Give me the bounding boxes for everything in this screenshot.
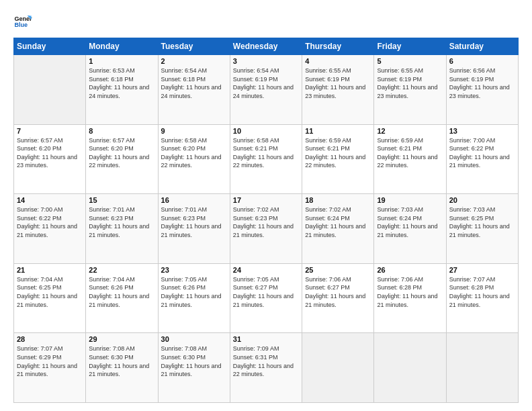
calendar-cell: 5 Sunrise: 6:55 AMSunset: 6:19 PMDayligh… xyxy=(374,55,446,125)
day-info: Sunrise: 7:09 AMSunset: 6:31 PMDaylight:… xyxy=(233,345,294,377)
weekday-header: Thursday xyxy=(302,38,374,55)
calendar-cell: 16 Sunrise: 7:01 AMSunset: 6:23 PMDaylig… xyxy=(158,194,230,264)
day-info: Sunrise: 7:03 AMSunset: 6:24 PMDaylight:… xyxy=(377,206,437,238)
calendar-cell: 10 Sunrise: 6:58 AMSunset: 6:21 PMDaylig… xyxy=(230,124,302,194)
day-number: 6 xyxy=(449,57,515,65)
day-info: Sunrise: 7:07 AMSunset: 6:29 PMDaylight:… xyxy=(17,345,77,377)
day-number: 3 xyxy=(233,57,299,65)
calendar-cell: 7 Sunrise: 6:57 AMSunset: 6:20 PMDayligh… xyxy=(14,124,86,194)
day-info: Sunrise: 7:04 AMSunset: 6:25 PMDaylight:… xyxy=(17,276,77,308)
calendar-week-row: 28 Sunrise: 7:07 AMSunset: 6:29 PMDaylig… xyxy=(14,333,519,403)
calendar-cell: 28 Sunrise: 7:07 AMSunset: 6:29 PMDaylig… xyxy=(14,333,86,403)
day-info: Sunrise: 7:06 AMSunset: 6:28 PMDaylight:… xyxy=(377,276,437,308)
day-number: 20 xyxy=(449,196,515,204)
day-number: 23 xyxy=(161,266,227,274)
day-info: Sunrise: 6:54 AMSunset: 6:18 PMDaylight:… xyxy=(161,67,222,99)
calendar-cell xyxy=(374,333,446,403)
page: General Blue SundayMondayTuesdayWednesda… xyxy=(0,0,532,411)
day-info: Sunrise: 7:05 AMSunset: 6:27 PMDaylight:… xyxy=(233,276,294,308)
calendar-cell: 17 Sunrise: 7:02 AMSunset: 6:23 PMDaylig… xyxy=(230,194,302,264)
day-info: Sunrise: 6:53 AMSunset: 6:18 PMDaylight:… xyxy=(89,67,149,99)
calendar-cell: 4 Sunrise: 6:55 AMSunset: 6:19 PMDayligh… xyxy=(302,55,374,125)
calendar-cell: 14 Sunrise: 7:00 AMSunset: 6:22 PMDaylig… xyxy=(14,194,86,264)
calendar-cell: 18 Sunrise: 7:02 AMSunset: 6:24 PMDaylig… xyxy=(302,194,374,264)
day-info: Sunrise: 7:01 AMSunset: 6:23 PMDaylight:… xyxy=(89,206,149,238)
day-info: Sunrise: 6:59 AMSunset: 6:21 PMDaylight:… xyxy=(305,137,365,169)
day-number: 5 xyxy=(377,57,443,65)
day-info: Sunrise: 6:58 AMSunset: 6:21 PMDaylight:… xyxy=(233,137,294,169)
weekday-header: Friday xyxy=(374,38,446,55)
calendar-cell: 27 Sunrise: 7:07 AMSunset: 6:28 PMDaylig… xyxy=(446,263,518,333)
day-number: 29 xyxy=(89,335,154,343)
day-number: 26 xyxy=(377,266,443,274)
calendar-cell: 21 Sunrise: 7:04 AMSunset: 6:25 PMDaylig… xyxy=(14,263,86,333)
calendar-cell: 11 Sunrise: 6:59 AMSunset: 6:21 PMDaylig… xyxy=(302,124,374,194)
calendar-cell: 24 Sunrise: 7:05 AMSunset: 6:27 PMDaylig… xyxy=(230,263,302,333)
weekday-header: Saturday xyxy=(446,38,518,55)
day-number: 12 xyxy=(377,127,443,135)
day-info: Sunrise: 6:55 AMSunset: 6:19 PMDaylight:… xyxy=(377,67,437,99)
day-info: Sunrise: 6:55 AMSunset: 6:19 PMDaylight:… xyxy=(305,67,365,99)
day-number: 31 xyxy=(233,335,299,343)
calendar-cell xyxy=(302,333,374,403)
day-info: Sunrise: 6:54 AMSunset: 6:19 PMDaylight:… xyxy=(233,67,294,99)
calendar-cell xyxy=(446,333,518,403)
calendar-cell: 8 Sunrise: 6:57 AMSunset: 6:20 PMDayligh… xyxy=(86,124,158,194)
day-number: 21 xyxy=(17,266,83,274)
day-number: 16 xyxy=(161,196,227,204)
calendar-cell: 13 Sunrise: 7:00 AMSunset: 6:22 PMDaylig… xyxy=(446,124,518,194)
calendar-week-row: 1 Sunrise: 6:53 AMSunset: 6:18 PMDayligh… xyxy=(14,55,519,125)
calendar-cell: 29 Sunrise: 7:08 AMSunset: 6:30 PMDaylig… xyxy=(86,333,158,403)
calendar-table: SundayMondayTuesdayWednesdayThursdayFrid… xyxy=(13,38,519,403)
day-info: Sunrise: 6:56 AMSunset: 6:19 PMDaylight:… xyxy=(449,67,510,99)
logo-icon: General Blue xyxy=(13,12,32,31)
calendar-cell: 31 Sunrise: 7:09 AMSunset: 6:31 PMDaylig… xyxy=(230,333,302,403)
weekday-header: Wednesday xyxy=(230,38,302,55)
day-info: Sunrise: 7:08 AMSunset: 6:30 PMDaylight:… xyxy=(161,345,222,377)
calendar-cell: 26 Sunrise: 7:06 AMSunset: 6:28 PMDaylig… xyxy=(374,263,446,333)
day-info: Sunrise: 7:08 AMSunset: 6:30 PMDaylight:… xyxy=(89,345,149,377)
day-info: Sunrise: 7:07 AMSunset: 6:28 PMDaylight:… xyxy=(449,276,510,308)
day-number: 15 xyxy=(89,196,154,204)
day-number: 10 xyxy=(233,127,299,135)
calendar-cell: 6 Sunrise: 6:56 AMSunset: 6:19 PMDayligh… xyxy=(446,55,518,125)
day-info: Sunrise: 7:02 AMSunset: 6:24 PMDaylight:… xyxy=(305,206,365,238)
day-info: Sunrise: 7:03 AMSunset: 6:25 PMDaylight:… xyxy=(449,206,510,238)
day-info: Sunrise: 7:02 AMSunset: 6:23 PMDaylight:… xyxy=(233,206,294,238)
calendar-cell: 9 Sunrise: 6:58 AMSunset: 6:20 PMDayligh… xyxy=(158,124,230,194)
day-info: Sunrise: 7:00 AMSunset: 6:22 PMDaylight:… xyxy=(449,137,510,169)
day-number: 28 xyxy=(17,335,83,343)
weekday-header: Tuesday xyxy=(158,38,230,55)
day-number: 9 xyxy=(161,127,227,135)
day-info: Sunrise: 6:57 AMSunset: 6:20 PMDaylight:… xyxy=(89,137,149,169)
day-info: Sunrise: 6:59 AMSunset: 6:21 PMDaylight:… xyxy=(377,137,437,169)
day-info: Sunrise: 6:57 AMSunset: 6:20 PMDaylight:… xyxy=(17,137,77,169)
day-number: 18 xyxy=(305,196,371,204)
calendar-cell: 15 Sunrise: 7:01 AMSunset: 6:23 PMDaylig… xyxy=(86,194,158,264)
day-info: Sunrise: 7:01 AMSunset: 6:23 PMDaylight:… xyxy=(161,206,222,238)
calendar-week-row: 21 Sunrise: 7:04 AMSunset: 6:25 PMDaylig… xyxy=(14,263,519,333)
day-number: 30 xyxy=(161,335,227,343)
calendar-cell: 1 Sunrise: 6:53 AMSunset: 6:18 PMDayligh… xyxy=(86,55,158,125)
calendar-cell: 22 Sunrise: 7:04 AMSunset: 6:26 PMDaylig… xyxy=(86,263,158,333)
day-info: Sunrise: 7:06 AMSunset: 6:27 PMDaylight:… xyxy=(305,276,365,308)
day-number: 14 xyxy=(17,196,83,204)
calendar-cell: 12 Sunrise: 6:59 AMSunset: 6:21 PMDaylig… xyxy=(374,124,446,194)
calendar-cell: 30 Sunrise: 7:08 AMSunset: 6:30 PMDaylig… xyxy=(158,333,230,403)
calendar-week-row: 7 Sunrise: 6:57 AMSunset: 6:20 PMDayligh… xyxy=(14,124,519,194)
day-info: Sunrise: 6:58 AMSunset: 6:20 PMDaylight:… xyxy=(161,137,222,169)
day-number: 17 xyxy=(233,196,299,204)
calendar-cell: 23 Sunrise: 7:05 AMSunset: 6:26 PMDaylig… xyxy=(158,263,230,333)
calendar-cell: 20 Sunrise: 7:03 AMSunset: 6:25 PMDaylig… xyxy=(446,194,518,264)
day-number: 4 xyxy=(305,57,371,65)
day-number: 25 xyxy=(305,266,371,274)
svg-text:Blue: Blue xyxy=(14,21,28,28)
day-info: Sunrise: 7:00 AMSunset: 6:22 PMDaylight:… xyxy=(17,206,77,238)
weekday-header: Sunday xyxy=(14,38,86,55)
day-number: 1 xyxy=(89,57,154,65)
day-number: 2 xyxy=(161,57,227,65)
calendar-week-row: 14 Sunrise: 7:00 AMSunset: 6:22 PMDaylig… xyxy=(14,194,519,264)
day-number: 8 xyxy=(89,127,154,135)
day-number: 22 xyxy=(89,266,154,274)
logo: General Blue xyxy=(13,12,32,31)
